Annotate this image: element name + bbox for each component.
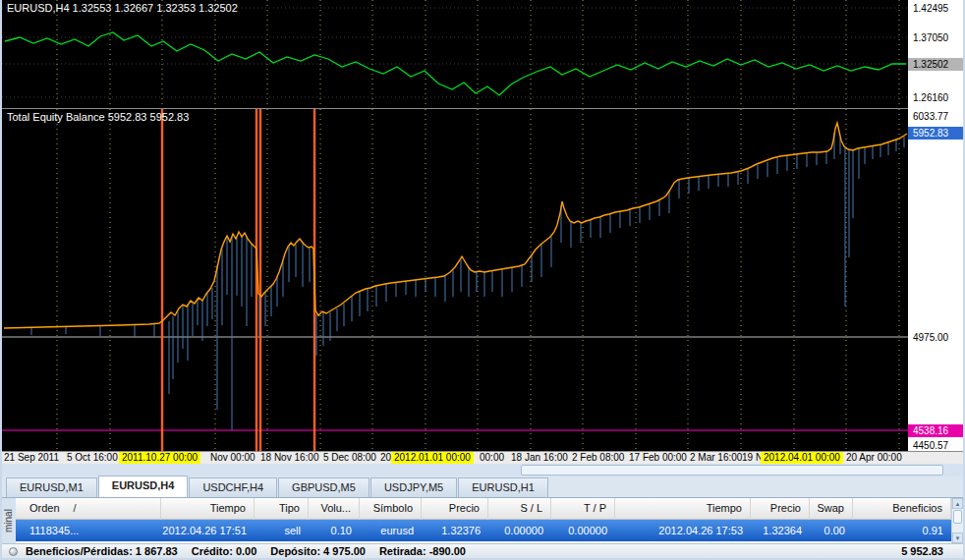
order-cell: 1.32376 (422, 520, 488, 541)
status-item: Crédito: 0.00 (192, 545, 257, 557)
order-cell: eurusd (360, 520, 422, 541)
column-header-s-l[interactable]: S / L (488, 498, 551, 520)
time-axis[interactable]: 21 Sep 20115 Oct 16:002011.10.27 00:00No… (2, 451, 963, 464)
order-cell: 0.00 (810, 520, 853, 541)
time-axis-label: 5 Oct 16:00 (67, 452, 118, 464)
column-header-precio[interactable]: Precio (422, 498, 488, 520)
order-cell: sell (255, 520, 309, 541)
time-axis-label: Nov 00:00 (210, 452, 255, 464)
vscrollbar-thumb[interactable] (953, 510, 962, 524)
chart-tab-eurusd-h1[interactable]: EURUSD,H1 (458, 477, 548, 497)
time-axis-label: 00:00 (480, 452, 504, 464)
chart-tab-eurusd-m1[interactable]: EURUSD,M1 (6, 477, 97, 497)
order-cell: 0.10 (309, 520, 360, 541)
chart-symbol-title: EURUSD,H4 1.32553 1.32667 1.32353 1.3250… (7, 2, 238, 14)
order-cell: 1.32364 (751, 520, 810, 541)
terminal-status-bar: Beneficios/Pérdidas: 1 867.83Crédito: 0.… (2, 543, 963, 558)
order-cell: 0.91 (853, 520, 951, 541)
column-header-tiempo[interactable]: Tiempo (161, 498, 255, 520)
hscrollbar-thumb[interactable] (521, 465, 943, 476)
time-axis-label: 18 Jan 16:00 (511, 452, 568, 464)
axis-label: 1.42495 (908, 2, 963, 15)
chart-tab-gbpusd-m5[interactable]: GBPUSD,M5 (278, 477, 369, 497)
axis-label: 1.37050 (908, 31, 963, 44)
column-header-tipo[interactable]: Tipo (255, 498, 309, 520)
time-axis-label: 20 Apr 00:00 (846, 452, 902, 464)
scroll-down-icon[interactable]: ▼ (952, 532, 963, 543)
time-axis-label: 20 (380, 452, 391, 464)
axis-label: 1.32502 (908, 58, 963, 71)
equity-total: 5 952.83 (901, 545, 943, 557)
terminal-panel-label: minal (2, 498, 16, 543)
column-header-precio[interactable]: Precio (751, 498, 810, 520)
status-item: Depósito: 4 975.00 (270, 545, 366, 557)
order-row[interactable]: 1118345...2012.04.26 17:51sell0.10eurusd… (16, 520, 951, 541)
account-summary: Beneficios/Pérdidas: 1 867.83Crédito: 0.… (26, 545, 480, 557)
orders-table-header: Orden/TiempoTipoVolu...SímboloPrecioS / … (16, 498, 951, 520)
terminal-title-gutter[interactable]: minal (2, 498, 16, 543)
order-cell: 2012.04.26 17:53 (615, 520, 751, 541)
scroll-up-icon[interactable]: ▲ (952, 498, 963, 509)
time-axis-label: 21 Sep 2011 (4, 452, 59, 464)
column-header-tiempo[interactable]: Tiempo (615, 498, 751, 520)
status-item: Beneficios/Pérdidas: 1 867.83 (26, 545, 178, 557)
time-axis-label: 19 N (742, 452, 763, 464)
terminal-panel: minal Orden/TiempoTipoVolu...SímboloPrec… (2, 498, 963, 558)
time-axis-highlighted-label: 2011.10.27 00:00 (119, 452, 200, 464)
column-header-s-mbolo[interactable]: Símbolo (360, 498, 422, 520)
axis-label: 4538.16 (908, 424, 963, 437)
time-axis-highlighted-label: 2012.01.01 00:00 (391, 452, 474, 464)
status-ball-icon (9, 547, 18, 556)
time-axis-label: 18 Nov 16:00 (260, 452, 319, 464)
order-cell: 2012.04.26 17:51 (161, 520, 255, 541)
axis-label: 1.26160 (908, 91, 963, 104)
order-cell: 1118345... (16, 520, 161, 541)
order-cell: 0.00000 (551, 520, 615, 541)
chart-background (2, 0, 908, 451)
time-axis-label: 5 Dec 08:00 (323, 452, 376, 464)
time-axis-label: 2 Mar 16:00 (690, 452, 742, 464)
chart-window: EURUSD,H4 1.32553 1.32667 1.32353 1.3250… (2, 0, 963, 464)
column-header-orden[interactable]: Orden/ (16, 498, 161, 520)
column-header-beneficios[interactable]: Beneficios (853, 498, 951, 520)
time-axis-highlighted-label: 2012.04.01 00:00 (761, 452, 843, 464)
time-axis-label: 2 Feb 08:00 (572, 452, 624, 464)
time-axis-label: 17 Feb 00:00 (629, 452, 687, 464)
column-header-swap[interactable]: Swap (810, 498, 853, 520)
chart-tab-usdchf-h4[interactable]: USDCHF,H4 (189, 477, 277, 497)
order-cell: 0.00000 (488, 520, 551, 541)
chart-tab-bar: EURUSD,M1EURUSD,H4USDCHF,H4GBPUSD,M5USDJ… (2, 476, 963, 498)
chart-tab-eurusd-h4[interactable]: EURUSD,H4 (98, 476, 189, 497)
column-header-t-p[interactable]: T / P (551, 498, 615, 520)
price-axis[interactable]: 1.424951.370501.325021.261606033.775952.… (908, 0, 963, 451)
axis-label: 6033.77 (908, 110, 963, 123)
equity-indicator-title: Total Equity Balance 5952.83 5952.83 (7, 111, 189, 123)
chart-tab-usdjpy-m5[interactable]: USDJPY,M5 (370, 477, 457, 497)
sort-indicator-icon: / (74, 502, 77, 514)
column-header-volu-[interactable]: Volu... (309, 498, 360, 520)
chart-canvas[interactable] (2, 0, 908, 451)
mt4-window: EURUSD,H4 1.32553 1.32667 1.32353 1.3250… (0, 0, 965, 560)
status-item: Retirada: -890.00 (379, 545, 466, 557)
axis-label: 4975.00 (908, 331, 963, 344)
terminal-vertical-scrollbar[interactable]: ▲ ▼ (951, 498, 963, 543)
axis-label: 5952.83 (908, 127, 963, 140)
